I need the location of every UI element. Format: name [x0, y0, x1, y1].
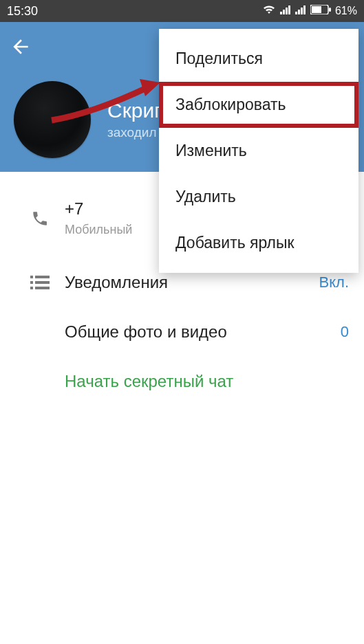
- status-right: 61%: [262, 4, 357, 18]
- svg-rect-6: [301, 8, 303, 14]
- svg-rect-1: [283, 10, 285, 14]
- notifications-value: Вкл.: [319, 274, 350, 291]
- svg-rect-12: [35, 276, 50, 278]
- battery-icon: [310, 5, 331, 17]
- status-bar: 15:30 61%: [0, 0, 364, 22]
- battery-percent: 61%: [335, 5, 357, 17]
- list-icon: [15, 276, 65, 289]
- shared-media-count: 0: [341, 323, 349, 341]
- phone-icon: [15, 210, 65, 227]
- menu-edit[interactable]: Изменить: [159, 128, 358, 174]
- svg-rect-15: [30, 287, 33, 289]
- start-secret-chat-row[interactable]: Начать секретный чат: [0, 357, 364, 406]
- svg-rect-11: [30, 276, 33, 278]
- avatar[interactable]: [14, 81, 91, 158]
- menu-block[interactable]: Заблокировать: [159, 82, 358, 128]
- svg-rect-9: [312, 6, 321, 13]
- wifi-icon: [262, 4, 276, 18]
- shared-media-row[interactable]: Общие фото и видео 0: [0, 307, 364, 357]
- svg-rect-2: [286, 8, 288, 14]
- svg-rect-13: [30, 281, 33, 284]
- svg-rect-16: [35, 287, 50, 289]
- last-seen: заходил: [107, 125, 165, 140]
- svg-rect-14: [35, 281, 50, 284]
- shared-media-label: Общие фото и видео: [65, 322, 341, 342]
- svg-rect-5: [298, 10, 300, 14]
- svg-rect-7: [303, 5, 306, 14]
- menu-add-shortcut[interactable]: Добавить ярлык: [159, 220, 358, 266]
- start-secret-chat-label: Начать секретный чат: [65, 372, 349, 391]
- signal-icon-2: [295, 5, 306, 17]
- notifications-label: Уведомления: [65, 273, 319, 292]
- svg-rect-4: [295, 12, 297, 14]
- svg-rect-10: [329, 8, 331, 12]
- profile-name: Скрип: [107, 99, 165, 122]
- status-time: 15:30: [7, 4, 38, 19]
- overflow-menu: Поделиться Заблокировать Изменить Удалит…: [159, 29, 358, 273]
- menu-delete[interactable]: Удалить: [159, 174, 358, 220]
- signal-icon: [280, 5, 291, 17]
- menu-share[interactable]: Поделиться: [159, 36, 358, 82]
- svg-rect-3: [288, 5, 290, 14]
- svg-rect-0: [280, 12, 282, 14]
- back-icon[interactable]: [10, 36, 32, 63]
